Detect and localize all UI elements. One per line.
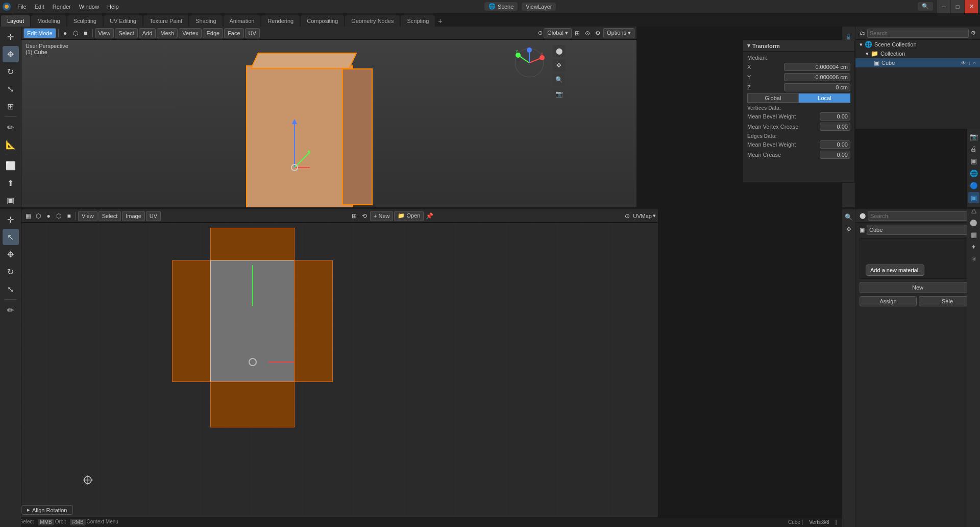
tab-shading[interactable]: Shading [189,15,222,27]
add-menu[interactable]: Add [139,28,156,38]
scene-selector[interactable]: 🌐 Scene [484,2,518,11]
uv-uv-menu[interactable]: UV [146,211,161,221]
e-mean-bevel-input[interactable] [820,140,850,149]
uv-right-face[interactable] [294,260,333,382]
z-input[interactable] [784,83,850,91]
tool-add-cube[interactable]: ⬜ [3,157,19,174]
menu-render[interactable]: Render [48,0,75,13]
prop-particles[interactable]: ✦ [968,241,979,252]
maximize-btn[interactable]: □ [951,0,964,13]
tab-animation[interactable]: Animation [224,15,261,27]
uv-top-face[interactable] [210,228,295,261]
uv-pan-btn[interactable]: ✥ [843,224,854,235]
cube-visibility-select[interactable]: ↓ [968,60,971,66]
shading-edge[interactable]: ⬡ [71,29,80,38]
viewport-divider[interactable] [0,207,980,209]
uv-snap-icon[interactable]: ⊞ [350,211,359,221]
uv-front-face[interactable] [210,260,295,382]
uv-tool-rotate[interactable]: ↻ [3,264,19,280]
add-workspace-btn[interactable]: + [435,15,445,27]
tab-rendering[interactable]: Rendering [261,15,300,27]
viewport-shading-solid[interactable]: ⬤ [553,45,565,57]
outliner-cube[interactable]: ▣ Cube 👁 ↓ ○ [855,58,980,67]
options-btn[interactable]: Options ▾ [603,28,634,38]
tab-uv-editing[interactable]: UV Editing [104,15,142,27]
x-input[interactable] [784,63,850,71]
view-layer-selector[interactable]: ViewLayer [522,3,556,11]
mesh-menu[interactable]: Mesh [157,28,178,38]
vertex-menu[interactable]: Vertex [179,28,202,38]
uv-origin[interactable] [249,358,257,366]
uv-tool-cursor[interactable]: ✛ [3,211,19,228]
axis-gizmo[interactable]: X Y Z [514,47,545,79]
prop-physics[interactable]: ⚛ [968,253,979,265]
uv-handle-v[interactable] [252,265,253,306]
uv-menu[interactable]: UV [245,28,260,38]
tab-compositing[interactable]: Compositing [301,15,344,27]
prop-view-layer[interactable]: ▣ [968,155,979,166]
outliner-scene-collection[interactable]: ▾ 🌐 Scene Collection [855,40,980,49]
tool-rotate[interactable]: ↻ [3,63,19,80]
uv-mode-icon[interactable]: ⬡ [34,211,43,221]
prop-world[interactable]: 🔵 [968,180,979,191]
shading-face[interactable]: ■ [81,29,90,38]
outliner-collection[interactable]: ▾ 📁 Collection [855,49,980,58]
uv-bottom-face[interactable] [210,381,295,427]
edge-menu[interactable]: Edge [203,28,223,38]
prop-render[interactable]: 📷 [968,131,979,142]
outliner-search[interactable] [867,29,969,38]
uv-new-btn[interactable]: + New [370,211,394,221]
uv-viewport[interactable] [21,223,658,527]
assign-btn[interactable]: Assign [860,296,917,306]
viewport-zoom[interactable]: 🔍 [553,74,565,86]
e-mean-crease-input[interactable] [820,151,850,159]
align-rotation-pill[interactable]: ▸ Align Rotation [21,505,73,515]
prop-material[interactable]: ⬤ [968,217,979,228]
prop-object[interactable]: ▣ [968,192,979,203]
material-search[interactable] [868,211,969,221]
tool-annotate[interactable]: ✏ [3,119,19,135]
options-icon[interactable]: ⚙ [593,29,602,38]
tool-cursor[interactable]: ✛ [3,29,19,45]
uv-edge-mode[interactable]: ⬡ [54,211,63,221]
uvmap-dropdown[interactable]: ▾ [653,212,656,219]
tool-move[interactable]: ✥ [3,46,19,62]
tool-scale[interactable]: ⤡ [3,81,19,97]
uv-face-mode[interactable]: ■ [64,211,74,221]
prop-output[interactable]: 🖨 [968,143,979,154]
pivot-dropdown[interactable]: Global ▾ [544,28,572,38]
uv-vertex-mode[interactable]: ● [44,211,53,221]
uv-editor[interactable]: ▦ ⬡ ● ⬡ ■ View Select Image UV ⊞ ⟲ + New… [21,209,658,527]
tab-modeling[interactable]: Modeling [31,15,66,27]
close-btn[interactable]: ✕ [965,0,978,13]
tool-inset[interactable]: ▣ [3,192,19,208]
tool-measure[interactable]: 📐 [3,136,19,153]
uv-select-menu[interactable]: Select [99,211,121,221]
menu-help[interactable]: Help [103,0,123,13]
global-btn[interactable]: Global [747,93,799,103]
viewport-pan[interactable]: ✥ [553,59,565,71]
cube-visibility-eye[interactable]: 👁 [961,60,966,66]
prop-mesh[interactable]: △ [968,204,979,215]
uv-editor-type-icon[interactable]: ▦ [23,211,33,221]
search-topbar[interactable]: 🔍 [918,2,933,11]
viewport-3d[interactable]: X Y Z User Perspective (1) Cube ⬤ ✥ 🔍 📷 [21,40,636,207]
uv-left-face[interactable] [172,260,211,382]
uv-search-btn[interactable]: 🔍 [843,211,854,223]
tool-transform[interactable]: ⊞ [3,98,19,114]
shading-vertex[interactable]: ● [61,29,70,38]
minimize-btn[interactable]: ─ [937,0,950,13]
tab-layout[interactable]: Layout [1,15,30,27]
uv-view-menu[interactable]: View [78,211,97,221]
menu-edit[interactable]: Edit [31,0,48,13]
new-material-btn[interactable]: New [860,282,976,293]
tab-texture-paint[interactable]: Texture Paint [143,15,188,27]
uv-tool-scale[interactable]: ⤡ [3,281,19,297]
uv-tool-annotate[interactable]: ✏ [3,302,19,318]
tab-scripting[interactable]: Scripting [401,15,435,27]
menu-file[interactable]: File [13,0,31,13]
uv-sync-icon[interactable]: ⟲ [360,211,369,221]
v-mean-crease-input[interactable] [820,123,850,131]
view-menu[interactable]: View [95,28,114,38]
uv-image-menu[interactable]: Image [122,211,145,221]
